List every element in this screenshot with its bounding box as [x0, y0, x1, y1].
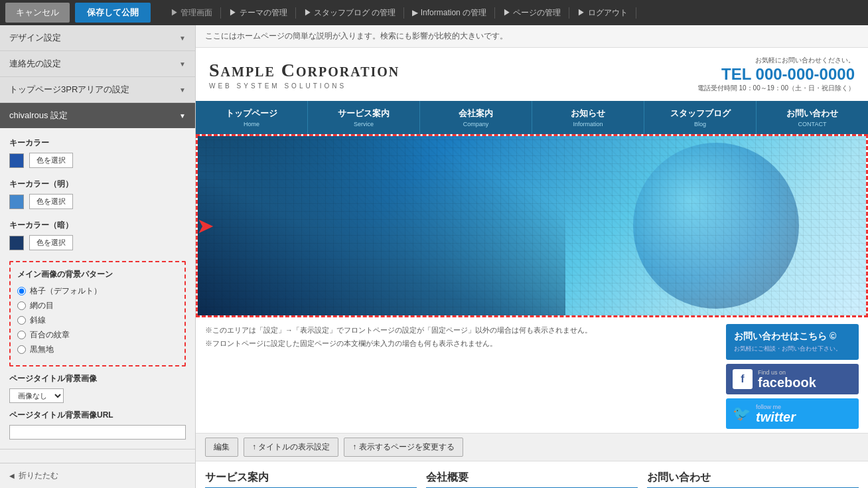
site-header: Sample Corporation WEB SYSTEM SOLUTIONS … — [196, 48, 868, 101]
sidebar-section-chivalrous-label: chivalrous 設定 — [9, 110, 68, 122]
page-title-bg-select[interactable]: 画像なし — [9, 388, 64, 403]
sidebar-footer-fold[interactable]: ◀ 折りたたむ — [0, 463, 195, 488]
nav-theme[interactable]: ▶ テーマの管理 — [221, 7, 295, 19]
chevron-down-icon: ▼ — [179, 86, 186, 94]
contact-pre: お気軽にお問い合わせください。 — [697, 56, 855, 65]
nav-item-company-en: Company — [423, 121, 529, 127]
bg-pattern-diagonal-radio[interactable] — [17, 316, 26, 325]
chevron-down-icon: ▼ — [179, 112, 186, 120]
bg-pattern-mesh-radio[interactable] — [17, 301, 26, 310]
site-nav: トップページ Home サービス案内 Service 会社案内 Company … — [196, 101, 868, 134]
nav-item-info-en: Information — [535, 121, 641, 127]
nav-item-info[interactable]: お知らせ Information — [532, 101, 644, 134]
page-title-url-label: ページタイトル背景画像URL — [9, 410, 186, 421]
main-layout: デザイン設定 ▼ 連絡先の設定 ▼ トップページ3PRアリアの設定 ▼ chiv… — [0, 25, 868, 488]
site-desc-text: ここにはホームページの簡単な説明が入ります。検索にも影響が比較的大きいです。 — [205, 31, 508, 41]
hero-image — [198, 136, 866, 315]
logo-main: Sample Corporation — [209, 60, 399, 81]
service-card-2-title: 会社概要 — [426, 471, 638, 488]
tel-number: TEL 000-000-0000 — [697, 65, 855, 84]
top-bar: キャンセル 保存して公開 ▶ 管理画面 ▶ テーマの管理 ▶ スタッフブログ の… — [0, 0, 868, 25]
key-color-light-row: 色を選択 — [9, 194, 186, 209]
nav-item-contact-en: CONTACT — [759, 121, 865, 127]
service-cards: サービス案内 会社概要 お問い合わせ — [196, 461, 868, 488]
nav-logout[interactable]: ▶ ログアウト — [569, 7, 636, 19]
chevron-left-icon: ◀ — [9, 472, 15, 479]
logo-sub: WEB SYSTEM SOLUTIONS — [209, 82, 399, 90]
cta-contact-sub: お気軽にご相談・お問い合わせ下さい。 — [734, 345, 851, 353]
nav-item-top-jp: トップページ — [198, 108, 305, 120]
sidebar-section-toppr: トップページ3PRアリアの設定 ▼ — [0, 77, 195, 103]
service-card-3-title: お問い合わせ — [647, 471, 859, 488]
sidebar-section-contact-header[interactable]: 連絡先の設定 ▼ — [0, 51, 195, 76]
sidebar-chivalrous-content: キーカラー 色を選択 キーカラー（明） 色を選択 キーカラー — [0, 128, 195, 449]
nav-item-blog[interactable]: スタッフブログ Blog — [644, 101, 757, 134]
bg-pattern-grid-radio[interactable] — [17, 287, 26, 295]
nav-staff-blog[interactable]: ▶ スタッフブログ の管理 — [296, 7, 405, 19]
cancel-button[interactable]: キャンセル — [5, 3, 70, 23]
page-title-url-section: ページタイトル背景画像URL — [9, 410, 186, 440]
nav-information[interactable]: ▶ Information の管理 — [404, 7, 495, 19]
bg-pattern-section: メイン画像の背景パターン 格子（デフォルト） 網の目 斜線 — [9, 261, 186, 366]
save-button[interactable]: 保存して公開 — [75, 3, 151, 23]
bg-pattern-lily-radio[interactable] — [17, 331, 26, 339]
note-line2: ※フロントページに設定した固定ページの本文欄が未入力の場合も何も表示されません。 — [205, 337, 719, 351]
title-display-button[interactable]: ↑ タイトルの表示設定 — [244, 438, 338, 457]
key-color-row: 色を選択 — [9, 153, 186, 168]
service-card-1-title: サービス案内 — [205, 471, 417, 488]
nav-item-info-jp: お知らせ — [535, 108, 641, 120]
bg-pattern-black: 黒無地 — [17, 344, 178, 355]
sidebar-section-design-header[interactable]: デザイン設定 ▼ — [0, 25, 195, 50]
logo-main-text: Sample Corporation — [209, 60, 399, 80]
edit-toolbar: 編集 ↑ タイトルの表示設定 ↑ 表示するページを変更する — [196, 433, 868, 461]
key-color-dark-button[interactable]: 色を選択 — [29, 235, 73, 250]
preview-area: ここにはホームページの簡単な説明が入ります。検索にも影響が比較的大きいです。 S… — [196, 25, 868, 488]
edit-button[interactable]: 編集 — [205, 438, 238, 457]
sidebar-section-toppr-header[interactable]: トップページ3PRアリアの設定 ▼ — [0, 77, 195, 102]
nav-item-service[interactable]: サービス案内 Service — [308, 101, 420, 134]
bg-pattern-grid-label: 格子（デフォルト） — [30, 285, 102, 297]
key-color-button[interactable]: 色を選択 — [29, 153, 73, 168]
sidebar-section-chivalrous-header[interactable]: chivalrous 設定 ▼ — [0, 103, 195, 128]
key-color-dark-row: 色を選択 — [9, 235, 186, 250]
key-color-setting: キーカラー 色を選択 — [9, 137, 186, 168]
cta-panel: お問い合わせはこちら © お気軽にご相談・お問い合わせ下さい。 f Find u… — [726, 324, 859, 429]
service-card-2: 会社概要 — [426, 471, 638, 488]
sidebar-section-chivalrous: chivalrous 設定 ▼ キーカラー 色を選択 キーカラー（明） — [0, 103, 195, 449]
cta-facebook-button[interactable]: f Find us on facebook — [726, 364, 859, 394]
nav-item-service-en: Service — [311, 121, 417, 127]
nav-item-service-jp: サービス案内 — [311, 108, 417, 120]
sidebar: デザイン設定 ▼ 連絡先の設定 ▼ トップページ3PRアリアの設定 ▼ chiv… — [0, 25, 196, 488]
nav-item-contact[interactable]: お問い合わせ CONTACT — [757, 101, 868, 134]
chevron-down-icon: ▼ — [179, 35, 186, 42]
note-line1: ※このエリアは「設定」→「表示設定」でフロントページの設定が「固定ページ」以外の… — [205, 324, 719, 337]
hero-wrapper: ➤ — [196, 134, 868, 317]
chevron-down-icon: ▼ — [179, 60, 186, 68]
key-color-swatch — [9, 153, 24, 168]
sidebar-section-contact-label: 連絡先の設定 — [9, 58, 61, 70]
sidebar-section-design-label: デザイン設定 — [9, 32, 61, 44]
key-color-label: キーカラー — [9, 137, 186, 149]
nav-item-top[interactable]: トップページ Home — [196, 101, 308, 134]
key-color-dark-setting: キーカラー（暗） 色を選択 — [9, 220, 186, 250]
nav-item-blog-en: Blog — [647, 121, 753, 127]
nav-item-company-jp: 会社案内 — [423, 108, 529, 120]
twitter-icon: 🐦 — [733, 405, 751, 422]
change-page-button[interactable]: ↑ 表示するページを変更する — [344, 438, 463, 457]
page-title-url-input[interactable] — [9, 425, 186, 440]
nav-pages[interactable]: ▶ ページの管理 — [495, 7, 569, 19]
tw-name-label: twitter — [756, 410, 796, 424]
cta-twitter-button[interactable]: 🐦 follow me twitter — [726, 398, 859, 429]
key-color-light-button[interactable]: 色を選択 — [29, 194, 73, 209]
twitter-text: follow me twitter — [756, 404, 796, 424]
service-card-3: お問い合わせ — [647, 471, 859, 488]
page-title-bg-label: ページタイトル背景画像 — [9, 373, 186, 384]
nav-admin[interactable]: ▶ 管理画面 — [163, 7, 221, 19]
nav-item-company[interactable]: 会社案内 Company — [420, 101, 532, 134]
fb-name-label: facebook — [758, 376, 816, 389]
nav-item-contact-jp: お問い合わせ — [759, 108, 865, 120]
bg-pattern-black-radio[interactable] — [17, 345, 26, 354]
cta-contact-button[interactable]: お問い合わせはこちら © お気軽にご相談・お問い合わせ下さい。 — [726, 324, 859, 360]
fold-label: 折りたたむ — [19, 470, 58, 481]
bg-pattern-lily-label: 百合の紋章 — [30, 329, 70, 341]
